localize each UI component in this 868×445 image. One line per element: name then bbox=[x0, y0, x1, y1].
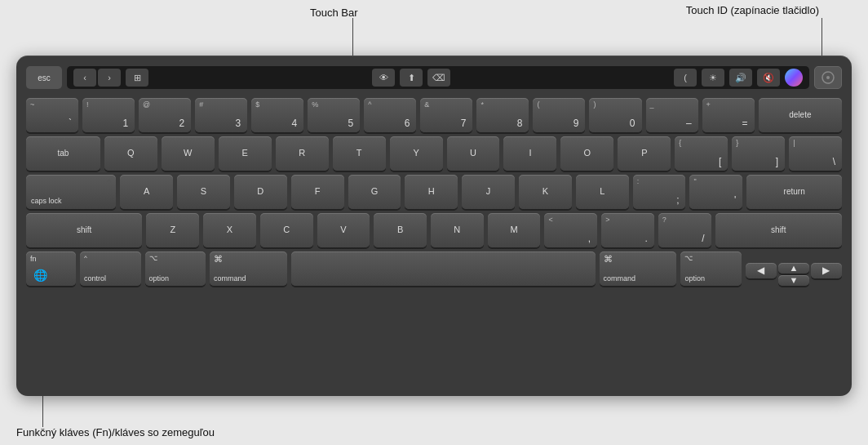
touchid-annotation: Touch ID (zapínacie tlačidlo) bbox=[686, 4, 819, 16]
key-x[interactable]: X bbox=[203, 213, 256, 247]
key-o[interactable]: O bbox=[560, 136, 613, 171]
esc-key[interactable]: esc bbox=[26, 66, 62, 89]
key-6[interactable]: ^ 6 bbox=[364, 98, 416, 132]
key-g[interactable]: G bbox=[348, 175, 401, 209]
key-z[interactable]: Z bbox=[146, 213, 199, 247]
key-v[interactable]: V bbox=[317, 213, 370, 247]
touch-bar-row: esc ‹ › ⊞ 👁 ⬆ ⌫ ( ☀ 🔊 🔇 bbox=[26, 64, 842, 91]
key-arrow-right[interactable]: ▶ bbox=[811, 263, 842, 278]
key-shift-right[interactable]: shift bbox=[715, 213, 842, 247]
key-command-right[interactable]: ⌘ command bbox=[600, 251, 677, 286]
key-option-left[interactable]: ⌥ option bbox=[145, 251, 206, 286]
tb-erase-btn[interactable]: ⌫ bbox=[427, 69, 450, 87]
arrow-top-row: ◀ ▲ ▼ ▶ bbox=[746, 263, 842, 286]
key-arrow-up[interactable]: ▲ bbox=[778, 263, 809, 274]
key-u[interactable]: U bbox=[447, 136, 500, 171]
arrow-up-down: ▲ ▼ bbox=[778, 263, 809, 286]
keyboard: esc ‹ › ⊞ 👁 ⬆ ⌫ ( ☀ 🔊 🔇 ~ bbox=[16, 56, 852, 396]
tb-volume-btn[interactable]: 🔊 bbox=[729, 69, 752, 87]
key-minus[interactable]: _ – bbox=[646, 98, 698, 132]
fn-annotation-line bbox=[42, 393, 43, 427]
key-w[interactable]: W bbox=[162, 136, 215, 171]
caps-indicator bbox=[107, 180, 111, 184]
key-command-left[interactable]: ⌘ command bbox=[210, 251, 287, 286]
top-row: tab Q W E R T Y U I O P { [ } ] | \ bbox=[26, 136, 842, 171]
key-4[interactable]: $ 4 bbox=[251, 98, 303, 132]
key-equals[interactable]: + = bbox=[702, 98, 755, 132]
key-p[interactable]: P bbox=[618, 136, 671, 171]
svg-point-1 bbox=[826, 76, 830, 79]
key-bracket-close[interactable]: } ] bbox=[732, 136, 785, 171]
key-return[interactable]: return bbox=[746, 175, 842, 209]
arrow-cluster: ◀ ▲ ▼ ▶ bbox=[746, 263, 842, 286]
key-7[interactable]: & 7 bbox=[420, 98, 472, 132]
tb-brightness-btn[interactable]: ☀ bbox=[702, 69, 724, 87]
key-control[interactable]: ^ control bbox=[80, 251, 141, 286]
tb-eye-btn[interactable]: 👁 bbox=[372, 69, 395, 87]
touch-id-icon bbox=[821, 70, 835, 85]
key-quote[interactable]: " ' bbox=[689, 175, 742, 209]
key-y[interactable]: Y bbox=[390, 136, 443, 171]
key-i[interactable]: I bbox=[503, 136, 556, 171]
key-comma[interactable]: < , bbox=[544, 213, 597, 247]
key-arrow-left[interactable]: ◀ bbox=[746, 263, 777, 278]
key-period[interactable]: > . bbox=[601, 213, 654, 247]
tb-nav-group: ‹ › bbox=[73, 69, 121, 87]
key-e[interactable]: E bbox=[219, 136, 272, 171]
number-row: ~ ` ! 1 @ 2 # 3 $ 4 % 5 ^ 6 & 7 bbox=[26, 98, 842, 132]
touchid-label: Touch ID (zapínacie tlačidlo) bbox=[686, 4, 819, 16]
tb-mute-btn[interactable]: 🔇 bbox=[757, 69, 780, 87]
modifier-row: fn 🌐 ^ control ⌥ option ⌘ command ⌘ comm… bbox=[26, 251, 842, 286]
key-n[interactable]: N bbox=[431, 213, 484, 247]
key-b[interactable]: B bbox=[374, 213, 427, 247]
touch-id-key[interactable] bbox=[814, 66, 842, 89]
key-s[interactable]: S bbox=[177, 175, 230, 209]
tb-back-btn[interactable]: ‹ bbox=[73, 69, 96, 87]
key-r[interactable]: R bbox=[276, 136, 329, 171]
key-bracket-open[interactable]: { [ bbox=[675, 136, 728, 171]
tb-forward-btn[interactable]: › bbox=[98, 69, 121, 87]
key-caps-lock[interactable]: caps lock bbox=[26, 175, 116, 209]
tb-share-btn[interactable]: ⬆ bbox=[400, 69, 423, 87]
key-f[interactable]: F bbox=[291, 175, 344, 209]
key-k[interactable]: K bbox=[519, 175, 572, 209]
key-a[interactable]: A bbox=[120, 175, 173, 209]
key-2[interactable]: @ 2 bbox=[139, 98, 191, 132]
tb-grid-btn[interactable]: ⊞ bbox=[126, 69, 148, 87]
key-0[interactable]: ) 0 bbox=[589, 98, 641, 132]
key-option-right[interactable]: ⌥ option bbox=[680, 251, 742, 286]
key-q[interactable]: Q bbox=[104, 136, 157, 171]
key-shift-left[interactable]: shift bbox=[26, 213, 142, 247]
key-8[interactable]: * 8 bbox=[476, 98, 529, 132]
key-3[interactable]: # 3 bbox=[195, 98, 247, 132]
key-9[interactable]: ( 9 bbox=[533, 98, 585, 132]
key-slash[interactable]: ? / bbox=[658, 213, 711, 247]
key-l[interactable]: L bbox=[576, 175, 629, 209]
key-5[interactable]: % 5 bbox=[308, 98, 360, 132]
key-1[interactable]: ! 1 bbox=[82, 98, 135, 132]
bottom-row: shift Z X C V B N M < , > . ? / shift bbox=[26, 213, 842, 247]
key-backtick[interactable]: ~ ` bbox=[26, 98, 78, 132]
key-m[interactable]: M bbox=[488, 213, 541, 247]
key-semicolon[interactable]: : ; bbox=[633, 175, 686, 209]
key-arrow-down[interactable]: ▼ bbox=[778, 275, 809, 286]
key-t[interactable]: T bbox=[333, 136, 386, 171]
touchbar-annotation: Touch Bar bbox=[310, 7, 358, 19]
key-backslash[interactable]: | \ bbox=[789, 136, 842, 171]
key-j[interactable]: J bbox=[462, 175, 515, 209]
key-space[interactable] bbox=[291, 251, 596, 286]
key-tab[interactable]: tab bbox=[26, 136, 100, 171]
key-delete[interactable]: delete bbox=[759, 98, 842, 132]
key-fn[interactable]: fn 🌐 bbox=[26, 251, 76, 286]
tb-siri-btn[interactable] bbox=[785, 69, 803, 87]
touch-bar: ‹ › ⊞ 👁 ⬆ ⌫ ( ☀ 🔊 🔇 bbox=[67, 66, 809, 89]
key-c[interactable]: C bbox=[260, 213, 313, 247]
fn-annotation: Funkčný kláves (Fn)/kláves so zemeguľou bbox=[16, 426, 215, 438]
fn-label: Funkčný kláves (Fn)/kláves so zemeguľou bbox=[16, 426, 215, 438]
key-d[interactable]: D bbox=[234, 175, 287, 209]
home-row: caps lock A S D F G H J K L : ; " ' retu… bbox=[26, 175, 842, 209]
key-h[interactable]: H bbox=[405, 175, 458, 209]
touchbar-label: Touch Bar bbox=[310, 7, 358, 19]
tb-brightness-down-btn[interactable]: ( bbox=[674, 69, 697, 87]
